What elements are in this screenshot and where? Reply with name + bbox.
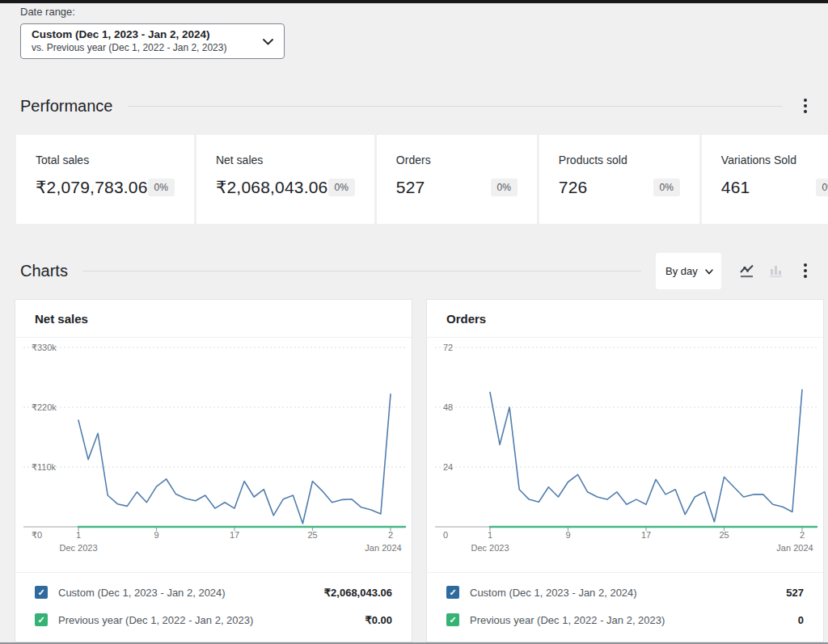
- svg-text:Jan 2024: Jan 2024: [365, 543, 401, 553]
- window-top-edge: [0, 0, 828, 3]
- legend-item-previous-year[interactable]: ✓ Previous year (Dec 1, 2022 - Jan 2, 20…: [15, 606, 412, 633]
- summary-cards-row: Total sales ₹2,079,783.06 0% Net sales ₹…: [16, 135, 828, 224]
- performance-title: Performance: [20, 97, 113, 116]
- chevron-down-icon: [705, 265, 713, 277]
- checkbox-checked-icon[interactable]: ✓: [35, 613, 48, 626]
- svg-text:₹330k: ₹330k: [32, 343, 57, 352]
- summary-card-orders[interactable]: Orders 527 0%: [377, 135, 537, 224]
- delta-badge: 0%: [816, 179, 828, 196]
- chart-legend: ✓ Custom (Dec 1, 2023 - Jan 2, 2024) ₹2,…: [15, 572, 412, 642]
- svg-text:1: 1: [488, 530, 492, 540]
- orders-chart[interactable]: 02448721Dec 2023917252Jan 2024: [427, 338, 823, 562]
- delta-badge: 0%: [148, 179, 175, 196]
- date-range-dropdown[interactable]: Custom (Dec 1, 2023 - Jan 2, 2024) vs. P…: [20, 23, 285, 59]
- summary-card-label: Total sales: [36, 154, 175, 166]
- legend-label: Custom (Dec 1, 2023 - Jan 2, 2024): [470, 587, 775, 599]
- svg-text:1: 1: [76, 530, 81, 540]
- delta-badge: 0%: [328, 179, 355, 196]
- legend-label: Custom (Dec 1, 2023 - Jan 2, 2024): [58, 587, 314, 599]
- svg-text:2: 2: [388, 530, 393, 540]
- interval-dropdown[interactable]: By day: [656, 253, 721, 289]
- date-range-label: Date range:: [20, 6, 75, 18]
- chart-type-toggle: [739, 263, 784, 279]
- summary-card-label: Orders: [396, 154, 518, 166]
- checkbox-checked-icon[interactable]: ✓: [446, 613, 459, 626]
- svg-text:9: 9: [565, 530, 570, 540]
- summary-card-label: Variations Sold: [721, 154, 828, 166]
- legend-label: Previous year (Dec 1, 2022 - Jan 2, 2023…: [58, 614, 354, 626]
- bar-chart-icon[interactable]: [768, 263, 784, 279]
- kebab-menu-icon[interactable]: [797, 94, 813, 118]
- svg-text:Jan 2024: Jan 2024: [776, 543, 813, 553]
- charts-section-header: Charts By day: [20, 251, 813, 290]
- divider: [128, 106, 784, 107]
- summary-card-variations-sold[interactable]: Variations Sold 461 0%: [702, 135, 828, 224]
- checkbox-checked-icon[interactable]: ✓: [446, 586, 459, 599]
- legend-item-custom[interactable]: ✓ Custom (Dec 1, 2023 - Jan 2, 2024) ₹2,…: [15, 579, 412, 606]
- svg-text:Dec 2023: Dec 2023: [59, 543, 97, 553]
- summary-card-value: 726: [559, 178, 588, 197]
- summary-card-value: ₹2,068,043.06: [216, 178, 328, 197]
- svg-text:17: 17: [641, 530, 651, 540]
- summary-card-total-sales[interactable]: Total sales ₹2,079,783.06 0%: [16, 135, 194, 224]
- delta-badge: 0%: [491, 179, 518, 196]
- summary-card-value: 527: [396, 178, 425, 197]
- chart-title: Net sales: [15, 300, 412, 338]
- date-range-primary: Custom (Dec 1, 2023 - Jan 2, 2024): [32, 27, 226, 42]
- svg-text:25: 25: [307, 530, 317, 540]
- chart-title: Orders: [427, 300, 823, 338]
- svg-text:0: 0: [443, 530, 448, 540]
- legend-value: 0: [798, 614, 804, 626]
- line-chart-icon[interactable]: [739, 263, 755, 279]
- summary-card-label: Net sales: [216, 154, 355, 166]
- chevron-down-icon: [263, 34, 273, 48]
- summary-card-net-sales[interactable]: Net sales ₹2,068,043.06 0%: [196, 135, 374, 224]
- legend-item-previous-year[interactable]: ✓ Previous year (Dec 1, 2022 - Jan 2, 20…: [427, 606, 823, 633]
- date-range-secondary: vs. Previous year (Dec 1, 2022 - Jan 2, …: [32, 42, 226, 55]
- date-range-dropdown-text: Custom (Dec 1, 2023 - Jan 2, 2024) vs. P…: [32, 27, 226, 55]
- svg-text:₹0: ₹0: [32, 530, 42, 540]
- kebab-menu-icon[interactable]: [797, 259, 813, 283]
- delta-badge: 0%: [653, 179, 680, 196]
- divider: [82, 271, 641, 271]
- summary-card-label: Products sold: [559, 154, 680, 166]
- summary-card-value: 461: [721, 178, 750, 197]
- svg-text:24: 24: [443, 462, 453, 472]
- summary-card-value: ₹2,079,783.06: [36, 178, 148, 197]
- interval-dropdown-value: By day: [665, 265, 698, 277]
- svg-text:9: 9: [154, 530, 158, 540]
- charts-title: Charts: [20, 262, 68, 280]
- summary-card-products-sold[interactable]: Products sold 726 0%: [539, 135, 699, 224]
- legend-value: ₹0.00: [365, 614, 392, 626]
- chart-legend: ✓ Custom (Dec 1, 2023 - Jan 2, 2024) 527…: [427, 572, 823, 642]
- legend-item-custom[interactable]: ✓ Custom (Dec 1, 2023 - Jan 2, 2024) 527: [427, 579, 823, 606]
- svg-text:72: 72: [443, 343, 453, 352]
- svg-text:Dec 2023: Dec 2023: [471, 543, 509, 553]
- svg-text:₹110k: ₹110k: [32, 462, 57, 472]
- svg-text:₹220k: ₹220k: [32, 402, 57, 412]
- legend-value: 527: [786, 587, 804, 599]
- svg-text:48: 48: [443, 402, 453, 412]
- orders-chart-card: Orders 02448721Dec 2023917252Jan 2024 ✓ …: [426, 299, 824, 642]
- performance-section-header: Performance: [20, 91, 813, 120]
- legend-value: ₹2,068,043.06: [324, 587, 392, 599]
- svg-text:17: 17: [230, 530, 239, 540]
- legend-label: Previous year (Dec 1, 2022 - Jan 2, 2023…: [470, 614, 788, 626]
- svg-text:25: 25: [719, 530, 729, 540]
- net-sales-chart[interactable]: ₹0₹110k₹220k₹330k1Dec 2023917252Jan 2024: [15, 338, 412, 562]
- svg-text:2: 2: [800, 530, 805, 540]
- net-sales-chart-card: Net sales ₹0₹110k₹220k₹330k1Dec 20239172…: [15, 299, 412, 642]
- checkbox-checked-icon[interactable]: ✓: [35, 586, 48, 599]
